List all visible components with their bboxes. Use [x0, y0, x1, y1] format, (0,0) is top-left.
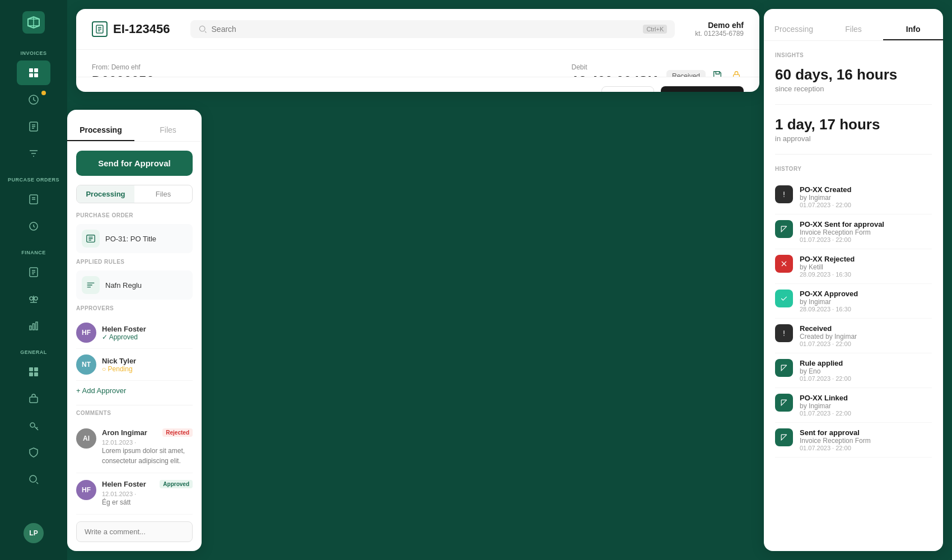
user-id: kt. 012345-6789 — [695, 30, 744, 38]
header-user: Demo ehf kt. 012345-6789 — [695, 21, 744, 38]
lock-icon-btn[interactable] — [729, 68, 744, 77]
search-input[interactable] — [212, 25, 639, 34]
svg-rect-4 — [34, 73, 38, 77]
send-approval-button[interactable]: Send for Approval — [76, 151, 193, 176]
svg-point-21 — [30, 475, 36, 482]
insight1-value: 60 days, 16 hours — [775, 66, 932, 83]
sidebar-item-po-doc[interactable] — [17, 187, 50, 212]
tab-processing[interactable]: Processing — [67, 120, 134, 141]
info-tab-files[interactable]: Files — [824, 19, 884, 40]
info-panel-header: ProcessingFilesInfo — [764, 9, 943, 41]
footer-actions: Close Save Changes — [601, 86, 744, 92]
history-body: Received Created by Ingimar 01.07.2023 ·… — [800, 324, 857, 347]
insights-title: INSIGHTS — [775, 52, 932, 58]
sidebar-section-po: PURCASE ORDERS — [0, 177, 67, 239]
sidebar-item-gen-grid[interactable] — [17, 360, 50, 384]
svg-point-20 — [30, 423, 35, 427]
svg-rect-3 — [29, 73, 33, 77]
sidebar-item-invoice-doc[interactable] — [17, 114, 50, 139]
app-logo[interactable] — [22, 11, 45, 34]
invoice-footer: Updated 13.03.2024 · 21:16 Close Save Ch… — [76, 77, 759, 92]
history-body: PO-XX Created by Ingimar 01.07.2023 · 22… — [800, 185, 851, 208]
inner-tab-files-inner[interactable]: Files — [134, 185, 192, 203]
add-approver-btn[interactable]: + Add Approver — [76, 381, 193, 400]
history-title-text: PO-XX Linked — [800, 394, 851, 402]
invoice-id-text: EI-123456 — [113, 22, 170, 36]
general-label: GENERAL — [20, 349, 47, 355]
invoice-panel: EI-123456 Ctrl+K Demo ehf kt. 012345-678… — [76, 9, 759, 92]
history-icon — [775, 428, 793, 446]
search-bar[interactable]: Ctrl+K — [190, 20, 675, 38]
history-body: PO-XX Approved by Ingimar 28.09.2023 · 1… — [800, 290, 858, 312]
history-date: 01.07.2023 · 22:00 — [800, 375, 851, 382]
history-body: PO-XX Linked by Ingimar 01.07.2023 · 22:… — [800, 394, 851, 417]
history-sub: by Ingimar — [800, 298, 858, 306]
processing-panel-header: ProcessingFiles — [67, 110, 202, 142]
history-title-text: Sent for approval — [800, 428, 871, 437]
svg-rect-12 — [30, 326, 31, 330]
history-date: 01.07.2023 · 22:00 — [800, 445, 871, 451]
tab-files[interactable]: Files — [134, 120, 202, 141]
comment-text: Lorem ipsum dolor sit amet, consectetur … — [102, 446, 193, 466]
sidebar-item-invoice-list[interactable] — [17, 60, 50, 85]
sidebar-item-fin-chart[interactable] — [17, 314, 50, 338]
insight-item-2: 1 day, 17 hours in approval — [775, 116, 932, 155]
po-item[interactable]: PO-31: PO Title — [76, 224, 193, 253]
sidebar-item-invoice-filter[interactable] — [17, 141, 50, 166]
history-title-text: Received — [800, 324, 857, 333]
approver-item: NT Nick Tyler ○ Pending — [76, 349, 193, 381]
comment-input[interactable] — [76, 521, 193, 542]
svg-rect-16 — [34, 367, 38, 371]
history-sub: Invoice Reception Form — [800, 228, 884, 236]
comment-name: Aron Ingimar — [102, 428, 147, 437]
svg-point-23 — [199, 26, 205, 31]
info-tab-proc[interactable]: Processing — [764, 19, 824, 40]
inner-tab-processing-inner[interactable]: Processing — [77, 185, 134, 203]
insight2-label: in approval — [775, 134, 932, 143]
comment-avatar: AI — [76, 428, 96, 449]
approver-avatar: HF — [76, 323, 96, 343]
comment-avatar: HF — [76, 480, 96, 500]
history-date: 01.07.2023 · 22:00 — [800, 410, 851, 417]
svg-rect-1 — [29, 68, 33, 72]
rule-item[interactable]: Nafn Reglu — [76, 270, 193, 300]
history-date: 28.09.2023 · 16:30 — [800, 306, 858, 312]
user-avatar[interactable]: LP — [24, 523, 44, 543]
sidebar-item-invoice-clock[interactable] — [17, 87, 50, 112]
po-text: PO-31: PO Title — [105, 235, 156, 243]
comments-title: COMMENTS — [76, 410, 193, 416]
info-tab-info[interactable]: Info — [883, 19, 943, 40]
history-list: PO-XX Created by Ingimar 01.07.2023 · 22… — [775, 180, 932, 458]
processing-panel-content: Send for Approval ProcessingFiles PURCHA… — [67, 142, 202, 551]
approver-name: Helen Foster — [102, 325, 146, 333]
sidebar-item-gen-shield[interactable] — [17, 440, 50, 465]
sidebar-item-fin-scale[interactable] — [17, 287, 50, 311]
applied-rules-title: APPLIED RULES — [76, 259, 193, 265]
sidebar-item-gen-search[interactable] — [17, 467, 50, 492]
history-sub: Invoice Reception Form — [800, 437, 871, 445]
comment-body: Helen Foster Approved 12.01.2023 · Ég er… — [102, 480, 193, 507]
history-body: PO-XX Sent for approval Invoice Receptio… — [800, 220, 884, 243]
rule-icon — [82, 276, 100, 294]
po-label: PURCASE ORDERS — [8, 177, 59, 183]
comment-date: 12.01.2023 · — [102, 439, 193, 446]
close-button[interactable]: Close — [601, 86, 654, 92]
svg-rect-2 — [34, 68, 38, 72]
history-item: Sent for approval Invoice Reception Form… — [775, 423, 932, 458]
sidebar-item-gen-key[interactable] — [17, 413, 50, 438]
sidebar-item-gen-bag[interactable] — [17, 386, 50, 411]
approver-avatar: NT — [76, 354, 96, 375]
rule-text: Nafn Reglu — [105, 281, 142, 290]
sidebar-item-fin-doc[interactable] — [17, 260, 50, 284]
notification-dot — [41, 91, 46, 95]
comment-text: Ég er sátt — [102, 497, 193, 507]
approver-item: HF Helen Foster ✓ Approved — [76, 317, 193, 349]
save-icon-btn[interactable] — [710, 68, 725, 77]
history-body: PO-XX Rejected by Ketill 28.09.2023 · 16… — [800, 255, 855, 278]
history-title-text: PO-XX Sent for approval — [800, 220, 884, 228]
save-button[interactable]: Save Changes — [661, 86, 744, 92]
sidebar-item-po-clock[interactable] — [17, 214, 50, 239]
comment-item: HF Helen Foster Approved 12.01.2023 · Ég… — [76, 473, 193, 515]
invoice-id-box: EI-123456 — [92, 21, 170, 37]
user-name: Demo ehf — [695, 21, 744, 30]
